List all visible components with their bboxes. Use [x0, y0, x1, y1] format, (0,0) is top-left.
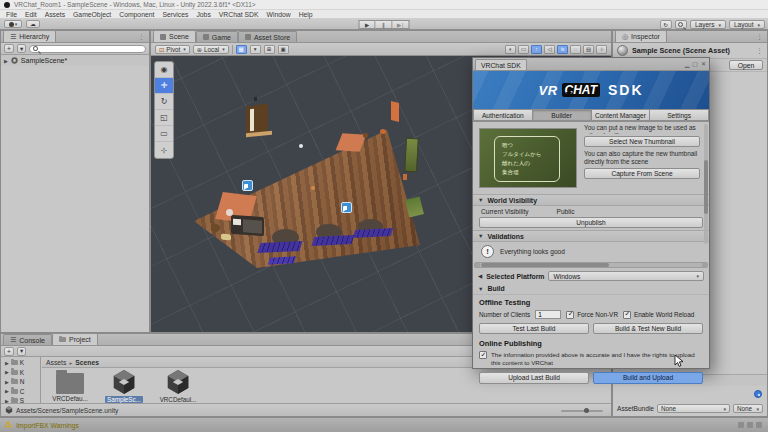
breadcrumb-assets[interactable]: Assets — [46, 359, 66, 366]
view-tool-button[interactable]: ◉ — [155, 62, 173, 78]
assetbundle-dropdown[interactable]: None▾ — [657, 404, 730, 413]
gizmos-dropdown[interactable]: ⊹ — [596, 45, 607, 54]
scroll-left-icon[interactable] — [475, 263, 480, 267]
open-button[interactable]: Open — [729, 60, 763, 70]
platform-dropdown[interactable]: Windows▾ — [548, 271, 704, 281]
rect-tool-button[interactable]: ▭ — [155, 126, 173, 142]
hierarchy-search-input[interactable] — [40, 45, 142, 52]
icon-size-slider[interactable] — [561, 410, 603, 412]
build-and-upload-button[interactable]: Build and Upload — [593, 372, 703, 384]
expand-arrow-icon[interactable]: ▶ — [4, 58, 8, 64]
move-tool-button[interactable]: ✛ — [155, 78, 173, 94]
project-item-scene-selected[interactable]: SampleSc... — [102, 369, 146, 403]
play-button[interactable]: ▶ — [359, 20, 376, 29]
validations-header[interactable]: ▼ Validations — [473, 230, 709, 242]
number-of-clients-input[interactable] — [535, 310, 561, 319]
menu-window[interactable]: Window — [266, 11, 290, 18]
sdk-horizontal-scrollbar[interactable] — [474, 262, 708, 268]
shading-mode-dropdown[interactable]: ◐ — [505, 45, 516, 54]
lighting-toggle-button[interactable]: ↑ — [531, 45, 542, 54]
slider-knob[interactable] — [584, 408, 589, 413]
tab-project[interactable]: Project — [52, 333, 98, 345]
pivot-dropdown[interactable]: ⊡ Pivot▾ — [155, 45, 190, 54]
tab-console[interactable]: ☰ Console — [3, 334, 52, 345]
project-add-button[interactable]: + — [4, 347, 14, 356]
step-button[interactable]: ▶∣ — [393, 20, 410, 29]
project-add-caret[interactable]: ▾ — [17, 347, 26, 356]
tab-inspector[interactable]: ◎ Inspector — [615, 30, 667, 42]
audio-toggle-button[interactable]: ◁ — [544, 45, 555, 54]
sdk-tab-settings[interactable]: Settings — [650, 109, 709, 121]
sdk-tab-authentication[interactable]: Authentication — [473, 109, 533, 121]
unpublish-button[interactable]: Unpublish — [479, 217, 703, 228]
scroll-right-icon[interactable] — [702, 263, 707, 267]
account-dropdown[interactable]: ▾ — [4, 20, 22, 28]
effects-dropdown[interactable]: ≋ — [557, 45, 568, 54]
menu-file[interactable]: File — [6, 11, 17, 18]
label-tag-icon[interactable] — [754, 390, 762, 398]
hierarchy-add-caret[interactable]: ▾ — [17, 44, 26, 53]
build-foldout[interactable]: ▼ Build — [473, 283, 709, 295]
world-visibility-header[interactable]: ▼ World Visibility — [473, 194, 709, 206]
force-nonvr-checkbox[interactable]: Force Non-VR — [566, 311, 618, 319]
2d-toggle-button[interactable]: ▭ — [518, 45, 529, 54]
tree-item[interactable]: ▶S — [1, 396, 40, 403]
tab-hierarchy[interactable]: ☰ Hierarchy — [3, 30, 56, 42]
build-and-test-button[interactable]: Build & Test New Build — [593, 323, 703, 334]
hidden-objects-button[interactable]: ◌ — [570, 45, 581, 54]
camera-settings-dropdown[interactable]: ▤ — [583, 45, 594, 54]
grid-settings-dropdown[interactable]: ▾ — [250, 45, 261, 54]
pause-button[interactable]: ∥ — [376, 20, 393, 29]
select-new-thumbnail-button[interactable]: Select New Thumbnail — [584, 136, 700, 147]
capture-from-scene-button[interactable]: Capture From Scene — [584, 168, 700, 179]
snap-settings-dropdown[interactable]: ▣ — [278, 45, 289, 54]
assetbundle-variant-dropdown[interactable]: None▾ — [733, 404, 763, 413]
scale-tool-button[interactable]: ◱ — [155, 110, 173, 126]
snap-button[interactable]: ⊞ — [264, 45, 275, 54]
tab-game[interactable]: Game — [196, 31, 238, 42]
status-bar[interactable]: ⚠ ImportFBX Warnings — [0, 417, 768, 432]
project-item-scene[interactable]: VRCDefaul... — [156, 369, 200, 403]
audio-source-gizmo-1[interactable] — [242, 180, 253, 191]
search-button[interactable] — [675, 20, 687, 29]
cloud-button[interactable]: ☁ — [26, 20, 40, 28]
layers-dropdown[interactable]: Layers▾ — [690, 20, 726, 29]
menu-vrchat-sdk[interactable]: VRChat SDK — [219, 11, 259, 18]
hierarchy-search[interactable] — [29, 45, 146, 53]
tree-item[interactable]: ▶C — [1, 387, 40, 397]
transform-tool-button[interactable]: ⊹ — [155, 142, 173, 158]
tree-item[interactable]: ▶K — [1, 358, 40, 368]
sdk-vertical-scrollbar[interactable] — [704, 124, 708, 244]
upload-last-build-button[interactable]: Upload Last Build — [479, 372, 589, 384]
hierarchy-add-button[interactable]: + — [4, 44, 14, 53]
rotate-tool-button[interactable]: ↻ — [155, 94, 173, 110]
menu-help[interactable]: Help — [299, 11, 313, 18]
minimize-icon[interactable]: ▁ — [685, 60, 690, 67]
tree-item[interactable]: ▶K — [1, 368, 40, 378]
agreement-checkbox[interactable] — [479, 351, 487, 359]
maximize-icon[interactable]: ▢ — [692, 60, 698, 67]
layout-dropdown[interactable]: Layout▾ — [729, 20, 765, 29]
audio-source-gizmo-2[interactable] — [341, 202, 352, 213]
sdk-window-tab[interactable]: VRChat SDK — [475, 59, 527, 70]
local-dropdown[interactable]: ⊕ Local▾ — [193, 45, 229, 54]
inspector-options-icon[interactable]: ⋮ — [756, 47, 763, 55]
grid-visibility-button[interactable]: ▦ — [236, 45, 247, 54]
menu-gameobject[interactable]: GameObject — [73, 11, 111, 18]
tree-item[interactable]: ▶N — [1, 377, 40, 387]
sdk-titlebar[interactable]: VRChat SDK ▁ ▢ ✕ — [473, 58, 709, 71]
test-last-build-button[interactable]: Test Last Build — [479, 323, 589, 334]
sdk-tab-content-manager[interactable]: Content Manager — [592, 109, 651, 121]
tab-asset-store[interactable]: Asset Store — [238, 31, 297, 42]
sdk-tab-builder[interactable]: Builder — [533, 109, 592, 121]
enable-world-reload-checkbox[interactable]: Enable World Reload — [623, 311, 694, 319]
menu-component[interactable]: Component — [119, 11, 154, 18]
panel-menu-icon[interactable]: ⋮ — [138, 33, 146, 41]
menu-assets[interactable]: Assets — [45, 11, 65, 18]
menu-services[interactable]: Services — [162, 11, 188, 18]
panel-menu-icon[interactable]: ⋮ — [756, 33, 764, 41]
close-icon[interactable]: ✕ — [701, 60, 706, 67]
history-button[interactable]: ↻ — [660, 20, 672, 29]
breadcrumb-scenes[interactable]: Scenes — [75, 359, 99, 366]
hierarchy-item-samplescene[interactable]: ▶ SampleScene* — [1, 55, 149, 66]
